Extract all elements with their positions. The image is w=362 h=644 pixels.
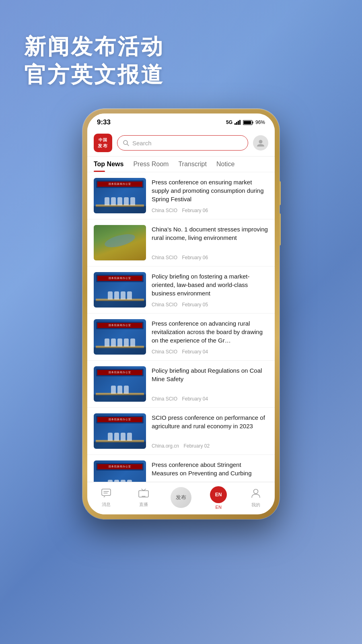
news-meta: China SCIO February 06 [152,208,268,213]
tab-navigation: Top News Press Room Transcript Notice [87,157,275,172]
news-content: Press conference about Stringent Measure… [152,460,268,482]
news-title: Press conference on advancing rural revi… [152,319,268,345]
status-icons: 5G 96% [226,120,265,125]
hero-line2: 官方英文报道 [24,60,164,89]
news-meta: China SCIO February 04 [152,396,268,402]
search-icon [123,140,129,146]
publish-button[interactable]: 发布 [171,487,191,508]
phone-screen: 9:33 5G 96% 中国 发布 [87,114,275,514]
avatar-icon [256,138,265,147]
tab-english-label: EN [216,505,222,510]
news-content: China's No. 1 document stresses improvin… [152,225,268,260]
logo-line2: 发布 [98,143,108,149]
svg-rect-3 [239,120,241,125]
news-title: Press conference on ensuring market supp… [152,178,268,203]
tab-transcript[interactable]: Transcript [178,161,207,172]
tab-english[interactable]: EN EN [200,482,237,514]
svg-rect-0 [234,123,236,125]
news-title: SCIO press conference on performance of … [152,413,268,430]
tab-notice[interactable]: Notice [216,161,234,172]
volume-down-button[interactable] [279,213,281,246]
tab-live[interactable]: 直播 [125,482,162,514]
news-thumbnail: 国务院新闻办公室 [94,319,146,355]
list-item[interactable]: China's No. 1 document stresses improvin… [87,219,275,266]
news-thumbnail: 国务院新闻办公室 [94,272,146,308]
news-list: 国务院新闻办公室 Press confer [87,172,275,482]
list-item[interactable]: 国务院新闻办公室 SCIO press conference on pe [87,408,275,454]
news-content: Press conference on ensuring market supp… [152,178,268,213]
news-thumbnail: 国务院新闻办公室 [94,460,146,482]
phone-frame: 9:33 5G 96% 中国 发布 [82,109,280,519]
list-item[interactable]: 国务院新闻办公室 Press confer [87,172,275,219]
news-meta: China SCIO February 05 [152,302,268,308]
app-header: 中国 发布 Search [87,130,275,157]
tab-messages-label: 消息 [102,502,111,508]
search-placeholder: Search [132,140,152,147]
news-title: Policy briefing on fostering a market-or… [152,272,268,297]
search-bar[interactable]: Search [117,135,248,151]
network-indicator: 5G [226,120,232,125]
news-content: Press conference on advancing rural revi… [152,319,268,355]
avatar-button[interactable] [253,135,268,151]
news-meta: China.org.cn February 02 [152,443,268,449]
list-item[interactable]: 国务院新闻办公室 Press confer [87,314,275,360]
chat-icon [101,489,111,500]
status-bar: 9:33 5G 96% [87,114,275,130]
person-icon [251,488,260,500]
tab-press-room[interactable]: Press Room [133,161,169,172]
svg-rect-1 [236,122,237,125]
news-title: Policy briefing about Regulations on Coa… [152,366,268,383]
news-content: Policy briefing about Regulations on Coa… [152,366,268,402]
list-item[interactable]: 国务院新闻办公室 Policy briefing about Regulatio… [87,361,275,407]
svg-point-15 [254,489,258,493]
battery-icon [243,120,253,125]
svg-rect-10 [102,489,111,495]
svg-rect-2 [238,121,239,125]
app-logo: 中国 发布 [94,134,112,152]
svg-rect-5 [243,121,251,124]
battery-percent: 96% [255,120,265,125]
tab-top-news[interactable]: Top News [94,161,123,172]
tab-mine[interactable]: 我的 [237,482,275,514]
news-meta: China SCIO February 04 [152,349,268,355]
english-badge: EN [210,486,227,503]
news-thumbnail: 国务院新闻办公室 [94,178,146,213]
list-item[interactable]: 国务院新闻办公室 Policy briefing on fosterin [87,266,275,313]
news-thumbnail: 国务院新闻办公室 [94,366,146,402]
news-title: China's No. 1 document stresses improvin… [152,225,268,242]
tab-mine-label: 我的 [251,502,260,508]
svg-line-8 [127,144,129,146]
hero-text: 新闻发布活动 官方英文报道 [24,32,164,89]
list-item[interactable]: 国务院新闻办公室 Press conference about Stri [87,455,275,482]
logo-line1: 中国 [99,137,107,143]
tv-icon [138,489,149,500]
signal-icon [234,120,241,125]
svg-point-9 [259,140,263,144]
tab-publish[interactable]: 发布 [162,482,200,514]
news-content: SCIO press conference on performance of … [152,413,268,449]
tab-messages[interactable]: 消息 [87,482,125,514]
news-title: Press conference about Stringent Measure… [152,460,268,477]
svg-rect-6 [252,122,253,124]
news-thumbnail [94,225,146,260]
hero-line1: 新闻发布活动 [24,32,164,60]
volume-up-button[interactable] [279,181,281,205]
news-content: Policy briefing on fostering a market-or… [152,272,268,308]
news-meta: China SCIO February 06 [152,255,268,260]
news-thumbnail: 国务院新闻办公室 [94,413,146,449]
publish-label: 发布 [176,494,186,501]
status-time: 9:33 [97,118,111,126]
tab-live-label: 直播 [139,502,148,508]
bottom-tabbar: 消息 直播 发布 EN [87,482,275,514]
